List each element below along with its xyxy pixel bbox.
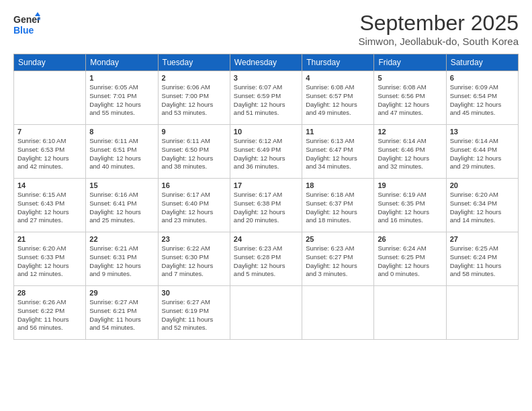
day-cell: 25Sunrise: 6:23 AM Sunset: 6:27 PM Dayli… — [302, 232, 374, 286]
day-info: Sunrise: 6:09 AM Sunset: 6:54 PM Dayligh… — [450, 83, 515, 118]
day-number: 30 — [162, 289, 226, 297]
day-cell: 16Sunrise: 6:17 AM Sunset: 6:40 PM Dayli… — [158, 179, 230, 232]
day-info: Sunrise: 6:14 AM Sunset: 6:44 PM Dayligh… — [450, 137, 515, 171]
day-cell: 6Sunrise: 6:09 AM Sunset: 6:54 PM Daylig… — [446, 71, 518, 125]
day-info: Sunrise: 6:06 AM Sunset: 7:00 PM Dayligh… — [162, 83, 226, 118]
col-sunday: Sunday — [14, 54, 86, 71]
day-info: Sunrise: 6:13 AM Sunset: 6:47 PM Dayligh… — [306, 137, 370, 171]
day-info: Sunrise: 6:25 AM Sunset: 6:24 PM Dayligh… — [450, 244, 515, 279]
location-subtitle: Simwon, Jeollabuk-do, South Korea — [359, 36, 519, 47]
day-cell: 2Sunrise: 6:06 AM Sunset: 7:00 PM Daylig… — [158, 71, 230, 125]
day-info: Sunrise: 6:19 AM Sunset: 6:35 PM Dayligh… — [378, 191, 442, 225]
day-number: 14 — [17, 181, 82, 189]
day-cell: 20Sunrise: 6:20 AM Sunset: 6:34 PM Dayli… — [446, 179, 518, 232]
day-cell: 4Sunrise: 6:08 AM Sunset: 6:57 PM Daylig… — [302, 71, 374, 125]
day-cell — [446, 286, 518, 340]
day-number: 12 — [378, 128, 442, 136]
day-info: Sunrise: 6:22 AM Sunset: 6:30 PM Dayligh… — [162, 244, 226, 279]
day-cell: 27Sunrise: 6:25 AM Sunset: 6:24 PM Dayli… — [446, 232, 518, 286]
day-number: 10 — [234, 128, 298, 136]
day-number: 9 — [162, 128, 226, 136]
day-info: Sunrise: 6:12 AM Sunset: 6:49 PM Dayligh… — [234, 137, 298, 171]
day-info: Sunrise: 6:17 AM Sunset: 6:38 PM Dayligh… — [234, 191, 298, 225]
day-cell: 23Sunrise: 6:22 AM Sunset: 6:30 PM Dayli… — [158, 232, 230, 286]
day-number: 4 — [306, 74, 370, 82]
day-number: 8 — [89, 128, 154, 136]
day-cell: 3Sunrise: 6:07 AM Sunset: 6:59 PM Daylig… — [230, 71, 302, 125]
day-cell — [374, 286, 446, 340]
day-info: Sunrise: 6:08 AM Sunset: 6:57 PM Dayligh… — [306, 83, 370, 118]
day-number: 24 — [234, 235, 298, 243]
day-cell — [302, 286, 374, 340]
day-cell: 17Sunrise: 6:17 AM Sunset: 6:38 PM Dayli… — [230, 179, 302, 232]
day-info: Sunrise: 6:27 AM Sunset: 6:21 PM Dayligh… — [89, 298, 154, 332]
day-info: Sunrise: 6:21 AM Sunset: 6:31 PM Dayligh… — [89, 244, 154, 279]
day-cell: 7Sunrise: 6:10 AM Sunset: 6:53 PM Daylig… — [14, 125, 86, 179]
day-number: 1 — [89, 74, 154, 82]
day-number: 6 — [450, 74, 515, 82]
day-cell — [230, 286, 302, 340]
day-number: 17 — [234, 181, 298, 189]
day-info: Sunrise: 6:23 AM Sunset: 6:27 PM Dayligh… — [306, 244, 370, 279]
day-info: Sunrise: 6:11 AM Sunset: 6:51 PM Dayligh… — [89, 137, 154, 171]
day-info: Sunrise: 6:08 AM Sunset: 6:56 PM Dayligh… — [378, 83, 442, 118]
day-number: 26 — [378, 235, 442, 243]
day-info: Sunrise: 6:14 AM Sunset: 6:46 PM Dayligh… — [378, 137, 442, 171]
day-cell: 14Sunrise: 6:15 AM Sunset: 6:43 PM Dayli… — [14, 179, 86, 232]
day-number: 2 — [162, 74, 226, 82]
title-block: September 2025 Simwon, Jeollabuk-do, Sou… — [359, 11, 519, 47]
day-info: Sunrise: 6:10 AM Sunset: 6:53 PM Dayligh… — [17, 137, 82, 171]
day-info: Sunrise: 6:16 AM Sunset: 6:41 PM Dayligh… — [89, 191, 154, 225]
day-number: 25 — [306, 235, 370, 243]
day-info: Sunrise: 6:11 AM Sunset: 6:50 PM Dayligh… — [162, 137, 226, 171]
day-cell: 26Sunrise: 6:24 AM Sunset: 6:25 PM Dayli… — [374, 232, 446, 286]
day-cell: 5Sunrise: 6:08 AM Sunset: 6:56 PM Daylig… — [374, 71, 446, 125]
day-number: 23 — [162, 235, 226, 243]
day-number: 27 — [450, 235, 515, 243]
week-row-3: 14Sunrise: 6:15 AM Sunset: 6:43 PM Dayli… — [14, 179, 519, 232]
day-cell: 15Sunrise: 6:16 AM Sunset: 6:41 PM Dayli… — [86, 179, 158, 232]
day-info: Sunrise: 6:27 AM Sunset: 6:19 PM Dayligh… — [162, 298, 226, 332]
day-cell: 11Sunrise: 6:13 AM Sunset: 6:47 PM Dayli… — [302, 125, 374, 179]
day-number: 28 — [17, 289, 82, 297]
day-number: 29 — [89, 289, 154, 297]
day-number: 22 — [89, 235, 154, 243]
calendar-header-row: Sunday Monday Tuesday Wednesday Thursday… — [14, 54, 519, 71]
day-cell: 18Sunrise: 6:18 AM Sunset: 6:37 PM Dayli… — [302, 179, 374, 232]
day-number: 11 — [306, 128, 370, 136]
day-info: Sunrise: 6:23 AM Sunset: 6:28 PM Dayligh… — [234, 244, 298, 279]
day-cell: 9Sunrise: 6:11 AM Sunset: 6:50 PM Daylig… — [158, 125, 230, 179]
week-row-4: 21Sunrise: 6:20 AM Sunset: 6:33 PM Dayli… — [14, 232, 519, 286]
day-cell: 24Sunrise: 6:23 AM Sunset: 6:28 PM Dayli… — [230, 232, 302, 286]
svg-text:Blue: Blue — [13, 25, 34, 36]
day-number: 18 — [306, 181, 370, 189]
col-tuesday: Tuesday — [158, 54, 230, 71]
day-cell: 8Sunrise: 6:11 AM Sunset: 6:51 PM Daylig… — [86, 125, 158, 179]
day-cell: 28Sunrise: 6:26 AM Sunset: 6:22 PM Dayli… — [14, 286, 86, 340]
day-number: 16 — [162, 181, 226, 189]
month-title: September 2025 — [359, 11, 519, 36]
day-info: Sunrise: 6:05 AM Sunset: 7:01 PM Dayligh… — [89, 83, 154, 118]
day-info: Sunrise: 6:20 AM Sunset: 6:34 PM Dayligh… — [450, 191, 515, 225]
day-number: 15 — [89, 181, 154, 189]
week-row-2: 7Sunrise: 6:10 AM Sunset: 6:53 PM Daylig… — [14, 125, 519, 179]
day-cell: 19Sunrise: 6:19 AM Sunset: 6:35 PM Dayli… — [374, 179, 446, 232]
day-cell: 22Sunrise: 6:21 AM Sunset: 6:31 PM Dayli… — [86, 232, 158, 286]
header: General Blue September 2025 Simwon, Jeol… — [13, 11, 519, 47]
day-info: Sunrise: 6:17 AM Sunset: 6:40 PM Dayligh… — [162, 191, 226, 225]
col-saturday: Saturday — [446, 54, 518, 71]
day-number: 3 — [234, 74, 298, 82]
day-cell: 10Sunrise: 6:12 AM Sunset: 6:49 PM Dayli… — [230, 125, 302, 179]
day-info: Sunrise: 6:07 AM Sunset: 6:59 PM Dayligh… — [234, 83, 298, 118]
day-cell: 12Sunrise: 6:14 AM Sunset: 6:46 PM Dayli… — [374, 125, 446, 179]
day-cell: 1Sunrise: 6:05 AM Sunset: 7:01 PM Daylig… — [86, 71, 158, 125]
day-cell: 21Sunrise: 6:20 AM Sunset: 6:33 PM Dayli… — [14, 232, 86, 286]
day-number: 20 — [450, 181, 515, 189]
day-cell: 30Sunrise: 6:27 AM Sunset: 6:19 PM Dayli… — [158, 286, 230, 340]
col-friday: Friday — [374, 54, 446, 71]
calendar-table: Sunday Monday Tuesday Wednesday Thursday… — [13, 54, 519, 340]
week-row-1: 1Sunrise: 6:05 AM Sunset: 7:01 PM Daylig… — [14, 71, 519, 125]
day-info: Sunrise: 6:20 AM Sunset: 6:33 PM Dayligh… — [17, 244, 82, 279]
day-number: 13 — [450, 128, 515, 136]
logo-icon: General Blue — [13, 11, 40, 42]
